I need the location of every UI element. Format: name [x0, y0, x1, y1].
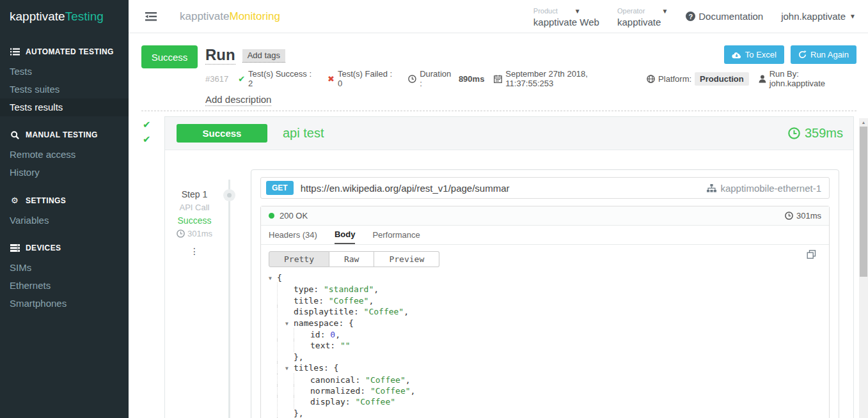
topbar-right: Product▼ kapptivate Web Operator▼ kappti…	[533, 6, 858, 27]
step-info: Step 1 API Call Success 301ms ⋮	[165, 189, 224, 256]
list-icon	[10, 48, 20, 56]
view-pretty-button[interactable]: Pretty	[269, 251, 329, 267]
operator-dropdown-label: Operator	[617, 6, 645, 17]
json-token-punct: },	[294, 352, 304, 362]
tab-body[interactable]: Body	[335, 226, 356, 244]
sidebar-item-history[interactable]: History	[0, 164, 129, 182]
run-number: #3617	[205, 74, 228, 84]
test-results-area: ✔ ✔ Success api test 359ms Step 1 API Ca…	[129, 111, 868, 418]
sidebar-section-header: DEVICES	[0, 235, 129, 259]
chevron-down-icon: ▼	[849, 13, 856, 20]
sidebar-item-ethernets[interactable]: Ethernets	[0, 277, 129, 295]
step-menu-icon[interactable]: ⋮	[165, 246, 224, 256]
operator-dropdown[interactable]: Operator▼ kapptivate	[617, 6, 668, 27]
to-excel-label: To Excel	[745, 50, 777, 59]
date-meta: September 27th 2018, 11:37:55:253	[494, 69, 637, 88]
step-name: Step 1	[165, 189, 224, 199]
json-indent-guide	[285, 396, 302, 407]
status-dot-icon	[269, 213, 274, 219]
json-token-key: id	[310, 330, 320, 339]
run-by-label: Run By: john.kapptivate	[769, 69, 856, 88]
help-icon: ?	[686, 12, 695, 21]
response-json-line: ▼namespace: {	[269, 318, 821, 329]
run-date: September 27th 2018, 11:37:55:253	[505, 69, 637, 88]
chevron-down-icon: ▼	[574, 6, 581, 17]
json-indent-guide	[269, 318, 285, 329]
sidebar-item-tests-suites[interactable]: Tests suites	[0, 81, 129, 98]
json-token-punct: ,	[368, 296, 374, 306]
json-token-str: "standard"	[324, 284, 374, 294]
sidebar-logo-product: Testing	[65, 10, 104, 24]
json-token-punct: : {	[324, 363, 338, 373]
request-url: https://en.wikipedia.org/api/rest_v1/pag…	[301, 183, 707, 194]
search-icon	[10, 131, 20, 139]
json-token-punct: },	[294, 408, 304, 418]
duration-label: Duration :	[420, 69, 455, 88]
json-viewer: ▼{type: "standard",title: "Coffee",displ…	[269, 272, 821, 418]
clock-icon	[408, 75, 416, 83]
tab-performance[interactable]: Performance	[372, 226, 420, 244]
run-meta-row: #3617 ✔Test(s) Success : 2 ✖Test(s) Fail…	[205, 69, 856, 88]
response-json-line: },	[269, 352, 821, 362]
duration-meta: Duration :890ms	[408, 69, 484, 88]
test-duration: 359ms	[788, 126, 843, 141]
tab-headers[interactable]: Headers (34)	[269, 226, 317, 244]
step-status: Success	[165, 215, 224, 226]
json-token-str: "Coffee"	[329, 296, 369, 306]
json-token-punct: ,	[406, 375, 411, 385]
run-again-button[interactable]: Run Again	[791, 45, 856, 64]
sidebar-section-header: AUTOMATED TESTING	[0, 38, 129, 63]
sidebar-item-smartphones[interactable]: Smartphones	[0, 295, 129, 313]
json-token-punct: {	[277, 273, 282, 283]
add-description-button[interactable]: Add description	[205, 94, 271, 106]
documentation-link[interactable]: ? Documentation	[686, 11, 763, 22]
sidebar-item-tests[interactable]: Tests	[0, 63, 129, 81]
sitemap-icon	[707, 184, 716, 192]
view-preview-button[interactable]: Preview	[374, 251, 439, 267]
json-token-key: text	[310, 341, 330, 350]
response-json-line: canonical: "Coffee",	[269, 375, 821, 385]
platform-value-badge: Production	[695, 72, 749, 86]
to-excel-button[interactable]: To Excel	[724, 45, 784, 64]
tests-success-label: Test(s) Success : 2	[248, 69, 318, 88]
test-result-checks: ✔ ✔	[143, 119, 151, 145]
devices-icon	[10, 244, 20, 252]
json-token-str: "Coffee"	[365, 375, 406, 385]
collapse-arrow-icon[interactable]: ▼	[285, 318, 294, 329]
vertical-scrollbar[interactable]: ▲	[859, 118, 868, 418]
sidebar-item-tests-results[interactable]: Tests results	[0, 98, 129, 116]
run-again-label: Run Again	[810, 50, 849, 59]
sidebar-toggle-icon[interactable]	[143, 10, 159, 24]
product-dropdown-label: Product	[533, 6, 558, 17]
copy-icon[interactable]	[807, 250, 816, 259]
test-card-header[interactable]: Success api test 359ms	[165, 117, 853, 150]
sidebar-item-variables[interactable]: Variables	[0, 212, 129, 229]
scrollbar-thumb[interactable]	[860, 127, 867, 277]
scroll-up-arrow-icon[interactable]: ▲	[859, 118, 868, 127]
response-status: 200 OK	[280, 211, 308, 221]
collapse-arrow-icon[interactable]: ▼	[269, 273, 277, 284]
app-title-product: Monitoring	[230, 10, 280, 22]
sidebar-section-label: MANUAL TESTING	[26, 130, 98, 139]
sidebar-item-sims[interactable]: SIMs	[0, 259, 129, 277]
sidebar-item-remote-access[interactable]: Remote access	[0, 146, 129, 164]
test-card: Success api test 359ms Step 1 API Call S…	[164, 116, 854, 418]
json-indent-guide	[285, 340, 302, 351]
run-title[interactable]: Run	[205, 47, 235, 65]
response-duration: 301ms	[785, 211, 821, 221]
json-token-key: titles	[294, 363, 324, 373]
json-indent-guide	[269, 362, 285, 373]
step-type: API Call	[165, 203, 224, 212]
view-raw-button[interactable]: Raw	[329, 251, 374, 267]
step-timeline	[228, 180, 230, 418]
app-title: kapptivateMonitoring	[180, 10, 280, 23]
add-tags-button[interactable]: Add tags	[242, 49, 285, 63]
json-token-punct: :	[319, 296, 329, 306]
json-token-punct: :	[354, 307, 364, 316]
clock-icon	[785, 212, 793, 220]
collapse-arrow-icon[interactable]: ▼	[285, 363, 294, 374]
response-json-line: normalized: "Coffee",	[269, 385, 821, 396]
product-dropdown[interactable]: Product▼ kapptivate Web	[533, 6, 599, 27]
request-row: GET https://en.wikipedia.org/api/rest_v1…	[260, 177, 830, 199]
user-menu[interactable]: john.kapptivate ▼	[781, 11, 856, 22]
